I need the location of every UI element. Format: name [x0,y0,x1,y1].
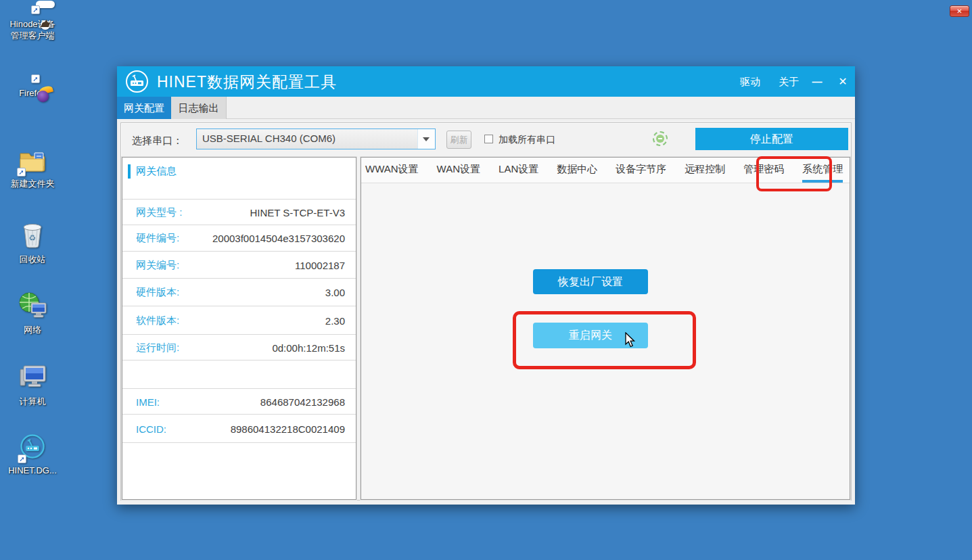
info-value: 0d:00h:12m:51s [272,342,345,353]
info-value: 898604132218C0021409 [231,423,345,434]
folder-icon: ➚ [18,149,47,176]
combo-arrow-box[interactable] [417,129,435,149]
screen-close-button[interactable]: ✕ [950,5,969,17]
info-value: 2.30 [325,314,345,326]
serial-port-label: 选择串口： [132,135,183,147]
window-title: HINET数据网关配置工具 [157,72,337,93]
info-row-spacer [122,360,356,388]
info-value: 3.00 [325,287,345,298]
driver-button[interactable]: 驱动 [736,66,764,97]
svg-text:♻: ♻ [29,233,37,243]
info-row-sw-version: 软件版本: 2.30 [122,306,356,334]
gateway-info-panel: 网关信息 网关型号 : HINET S-TCP-ET-V3 硬件编号: 2000… [122,157,356,500]
gateway-info-title: 网关信息 [136,165,177,178]
desktop-icon-label: Hinode设备 [0,18,65,30]
main-tab-bar: 网关配置 日志输出 [117,97,855,119]
info-value: 864687042132968 [260,396,345,407]
shortcut-arrow-icon: ➚ [31,5,40,14]
serial-port-value: USB-SERIAL CH340 (COM6) [202,133,335,144]
load-all-ports-checkbox[interactable] [484,135,493,143]
close-button[interactable]: ✕ [833,66,853,97]
desktop-icon-network[interactable]: 网络 [0,291,65,335]
tab-log-output[interactable]: 日志输出 [171,97,227,119]
desktop-icon-firefox[interactable]: ➚ Firefox [0,73,65,99]
about-button[interactable]: 关于 [774,66,803,97]
config-tab-bar: WWAN设置 WAN设置 LAN设置 数据中心 设备字节序 远程控制 管理密码 … [361,158,850,183]
load-all-ports-label: 加载所有串口 [499,134,555,146]
tab-remote-control[interactable]: 远程控制 [685,158,725,183]
info-label: 硬件版本: [136,286,179,299]
network-globe-icon [18,291,47,322]
config-panel: WWAN设置 WAN设置 LAN设置 数据中心 设备字节序 远程控制 管理密码 … [361,157,850,500]
desktop-icon-label: 计算机 [0,396,65,407]
shortcut-arrow-icon: ➚ [31,74,40,83]
info-value: HINET S-TCP-ET-V3 [250,206,345,218]
chevron-down-icon [423,137,430,141]
mouse-cursor [624,332,639,348]
desktop-icon-computer[interactable]: 计算机 [0,363,65,407]
tab-lan-settings[interactable]: LAN设置 [499,158,538,183]
serial-port-select[interactable]: USB-SERIAL CH340 (COM6) [196,129,436,149]
info-row-model: 网关型号 : HINET S-TCP-ET-V3 [122,199,356,225]
desktop-icon-label: 回收站 [0,254,65,265]
desktop-icon-label: 管理客户端 [0,30,65,41]
info-row-imei: IMEI: 864687042132968 [122,388,356,414]
tab-admin-password[interactable]: 管理密码 [743,158,784,183]
hinet-router-icon: ➚ [19,433,46,463]
tab-wwan-settings[interactable]: WWAN设置 [365,158,419,183]
desktop-icon-hinet-dg[interactable]: ➚ HINET.DG... [0,433,65,476]
info-label: 运行时间: [136,341,179,354]
desktop-icon-label: Firefox [0,87,65,99]
info-row-gateway-id: 网关编号: 110002187 [122,251,356,278]
restore-factory-button[interactable]: 恢复出厂设置 [533,269,648,294]
desktop-icon-hinode-client[interactable]: ➚ Hinode设备 管理客户端 [0,4,65,41]
shortcut-arrow-icon: ➚ [18,454,26,463]
info-label: 硬件编号: [136,232,179,245]
minimize-button[interactable]: — [808,66,826,97]
recycle-bin-icon: ♻ [20,220,45,252]
info-label: ICCID: [136,423,166,434]
info-row-spacer [122,442,356,443]
tab-gateway-config[interactable]: 网关配置 [117,97,171,119]
router-app-icon [126,70,148,93]
info-row-hw-version: 硬件版本: 3.00 [122,278,356,306]
info-row-iccid: ICCID: 898604132218C0021409 [122,414,356,442]
shortcut-arrow-icon: ➚ [17,168,26,177]
info-value: 110002187 [295,259,345,271]
info-row-hardware-id: 硬件编号: 20003f0014504e3157303620 [122,225,356,251]
desktop-icon-label: 网络 [0,324,65,335]
desktop-icon-label: HINET.DG... [0,465,65,476]
info-label: 网关编号: [136,258,179,271]
info-label: 软件版本: [136,314,179,327]
desktop-icon-new-folder[interactable]: ➚ 新建文件夹 [0,149,65,189]
window-titlebar: HINET数据网关配置工具 驱动 关于 — ✕ [117,66,855,97]
status-bulb-icon [653,131,668,146]
app-window: HINET数据网关配置工具 驱动 关于 — ✕ 网关配置 日志输出 选择串口： … [117,66,855,505]
stop-config-button[interactable]: 停止配置 [695,128,848,150]
info-label: IMEI: [136,396,160,407]
tab-wan-settings[interactable]: WAN设置 [437,158,480,183]
refresh-button[interactable]: 刷新 [446,131,471,149]
info-label: 网关型号 : [136,206,182,218]
tab-data-center[interactable]: 数据中心 [557,158,597,183]
info-value: 20003f0014504e3157303620 [212,233,345,244]
info-row-uptime: 运行时间: 0d:00h:12m:51s [122,334,356,360]
desktop-icon-recycle-bin[interactable]: ♻ 回收站 [0,220,65,265]
computer-icon [18,363,47,394]
desktop: ➚ Hinode设备 管理客户端 ➚ Firefox ➚ 新建文件夹 [0,0,972,560]
desktop-icon-label: 新建文件夹 [0,178,65,189]
tab-system-management[interactable]: 系统管理 [802,158,843,183]
tab-byte-order[interactable]: 设备字节序 [616,158,666,183]
panel-accent-bar [128,164,131,179]
